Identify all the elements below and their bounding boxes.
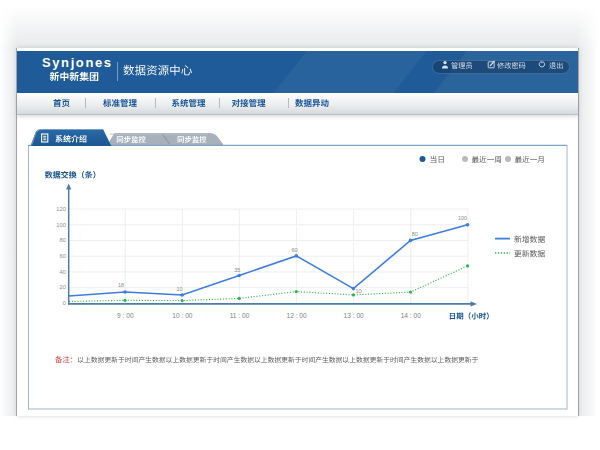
svg-text:13 : 00: 13 : 00 [344, 312, 364, 319]
svg-text:0: 0 [63, 300, 66, 306]
svg-text:18: 18 [118, 282, 124, 288]
svg-text:40: 40 [60, 269, 66, 275]
svg-text:12 : 00: 12 : 00 [287, 312, 307, 319]
svg-text:60: 60 [60, 253, 66, 259]
svg-text:120: 120 [56, 206, 66, 212]
svg-text:10: 10 [356, 288, 362, 294]
svg-text:60: 60 [292, 247, 298, 253]
svg-text:10 : 00: 10 : 00 [172, 312, 192, 319]
svg-text:80: 80 [60, 237, 66, 243]
svg-text:100: 100 [56, 222, 66, 228]
svg-text:9 : 00: 9 : 00 [117, 312, 134, 319]
svg-text:10: 10 [177, 286, 183, 292]
svg-text:14 : 00: 14 : 00 [401, 312, 421, 319]
svg-text:35: 35 [234, 267, 240, 273]
svg-text:11 : 00: 11 : 00 [230, 312, 250, 319]
svg-text:100: 100 [458, 215, 467, 221]
svg-text:80: 80 [412, 231, 418, 237]
svg-text:20: 20 [60, 284, 66, 290]
